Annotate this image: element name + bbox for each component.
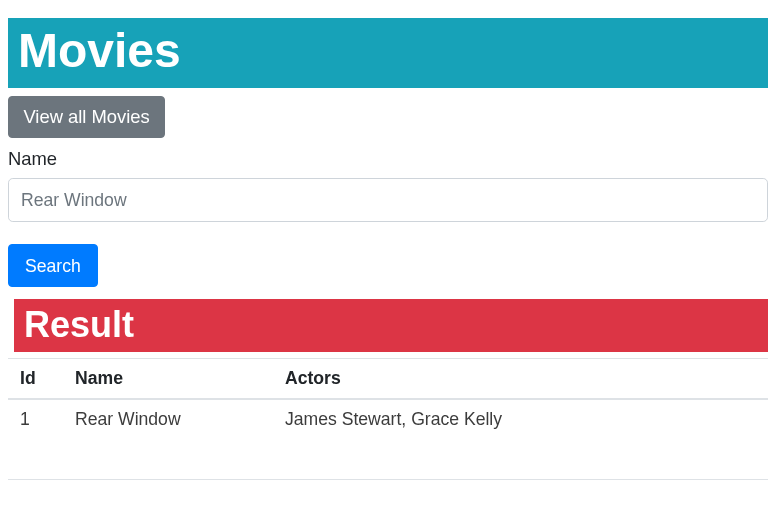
cell-id: 1 — [8, 399, 63, 439]
cell-actors: James Stewart, Grace Kelly — [273, 399, 768, 439]
divider — [8, 479, 768, 480]
table-row: 1 Rear Window James Stewart, Grace Kelly — [8, 399, 768, 439]
column-header-name: Name — [63, 359, 273, 399]
result-title: Result — [14, 299, 768, 352]
column-header-id: Id — [8, 359, 63, 399]
view-all-movies-button[interactable]: View all Movies — [8, 96, 165, 138]
page-title: Movies — [8, 18, 768, 88]
search-button[interactable]: Search — [8, 244, 98, 287]
name-input[interactable] — [8, 178, 768, 222]
name-label: Name — [8, 148, 768, 170]
column-header-actors: Actors — [273, 359, 768, 399]
cell-name: Rear Window — [63, 399, 273, 439]
result-table: Id Name Actors 1 Rear Window James Stewa… — [8, 358, 768, 438]
